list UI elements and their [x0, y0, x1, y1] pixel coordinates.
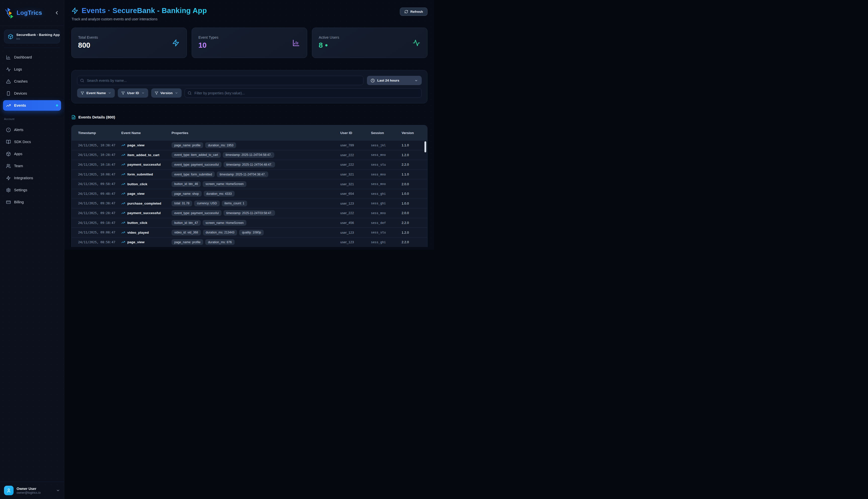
table-row[interactable]: 24/11/2025, 10:28:47item_added_to_cartev… — [72, 150, 427, 160]
package-icon — [8, 34, 13, 39]
cell-version: 2.0.0 — [401, 182, 424, 186]
property-chip: timestamp: 2025-11-24T04:48:47. — [224, 162, 275, 168]
sidebar-item-apps[interactable]: Apps — [3, 149, 61, 159]
cell-user-id: user_321 — [340, 172, 371, 176]
refresh-button[interactable]: Refresh — [400, 8, 427, 16]
time-range-value: Last 24 hours — [377, 78, 399, 82]
cell-event-name: page_view — [121, 192, 171, 196]
cell-user-id: user_123 — [340, 202, 371, 205]
sidebar-item-alerts[interactable]: Alerts — [3, 124, 61, 135]
table-row[interactable]: 24/11/2025, 10:38:47page_viewpage_name: … — [72, 140, 427, 150]
property-chip: page_name: profile — [171, 142, 203, 148]
cell-timestamp: 24/11/2025, 10:18:47 — [78, 163, 121, 167]
table-row[interactable]: 24/11/2025, 09:18:47button_clickbutton_i… — [72, 218, 427, 228]
trending-up-icon — [121, 202, 125, 205]
sidebar-item-crashes[interactable]: Crashes — [3, 76, 61, 87]
main-nav: DashboardLogsCrashesDevicesEvents — [0, 50, 64, 112]
cell-properties: event_type: form_submittedtimestamp: 202… — [171, 171, 340, 177]
sidebar-collapse-icon[interactable] — [54, 10, 60, 15]
table-row[interactable]: 24/11/2025, 09:08:47video_playedvideo_id… — [72, 228, 427, 237]
chevron-down-icon — [108, 92, 111, 95]
cell-version: 2.2.0 — [401, 240, 424, 244]
cell-properties: page_name: shopduration_ms: 4333 — [171, 191, 340, 196]
column-header-version: Version — [401, 131, 424, 135]
property-chip: total: 31.78 — [171, 200, 192, 206]
table-row[interactable]: 24/11/2025, 08:58:47page_viewpage_name: … — [72, 237, 427, 247]
sidebar-item-label: Apps — [14, 152, 22, 156]
app-title: LogTrics — [16, 9, 42, 16]
cell-session: sess_stu — [371, 163, 401, 167]
property-chip: quality: 1080p — [239, 230, 264, 235]
cell-user-id: user_654 — [340, 192, 371, 196]
book-open-icon — [6, 139, 11, 144]
activity-icon — [6, 67, 11, 72]
property-chip: timestamp: 2025-11-24T04:38:47. — [217, 171, 268, 177]
cell-event-name: page_view — [121, 240, 171, 244]
cell-version: 1.0.0 — [401, 192, 424, 196]
filter-dropdown-event-name[interactable]: Event Name — [77, 88, 115, 98]
property-chip: screen_name: HomeScreen — [203, 220, 246, 226]
properties-filter-input[interactable] — [184, 88, 422, 98]
filter-label: Version — [160, 91, 173, 95]
sidebar-item-sdk-docs[interactable]: SDK Docs — [3, 136, 61, 147]
table-scrollbar[interactable] — [424, 141, 426, 153]
cell-user-id: user_123 — [340, 231, 371, 234]
page-title: Events · SecureBank - Banking App — [82, 7, 207, 15]
trending-up-icon — [121, 240, 125, 244]
cell-timestamp: 24/11/2025, 09:38:47 — [78, 202, 121, 205]
cell-event-name: purchase_completed — [121, 202, 171, 205]
cell-user-id: user_789 — [340, 143, 371, 147]
property-chip: event_type: payment_successful — [171, 210, 221, 216]
trending-up-icon — [121, 143, 125, 147]
filter-dropdown-user-id[interactable]: User ID — [118, 88, 148, 98]
sidebar-item-integrations[interactable]: Integrations — [3, 173, 61, 183]
property-chip: duration_ms: 4333 — [204, 191, 234, 196]
properties-filter-field — [184, 88, 422, 98]
property-chip: event_type: form_submitted — [171, 171, 215, 177]
filter-dropdown-version[interactable]: Version — [151, 88, 182, 98]
sidebar-item-events[interactable]: Events — [3, 100, 61, 111]
property-chip: timestamp: 2025-11-24T03:58:47. — [224, 210, 275, 216]
cell-version: 1.2.0 — [401, 153, 424, 157]
sidebar-item-devices[interactable]: Devices — [3, 88, 61, 99]
search-field — [77, 76, 363, 85]
refresh-label: Refresh — [410, 10, 423, 14]
time-range-select[interactable]: Last 24 hours — [367, 76, 422, 85]
cell-timestamp: 24/11/2025, 09:18:47 — [78, 221, 121, 224]
sidebar-item-label: Alerts — [14, 128, 23, 132]
sidebar-item-team[interactable]: Team — [3, 161, 61, 171]
column-header-properties: Properties — [171, 131, 340, 135]
cell-user-id: user_222 — [340, 211, 371, 215]
cell-session: sess_jkl — [371, 144, 401, 147]
app-logo[interactable]: LogTrics — [4, 7, 54, 19]
table-row[interactable]: 24/11/2025, 09:58:47button_clickbutton_i… — [72, 179, 427, 189]
sidebar-item-billing[interactable]: Billing — [3, 197, 61, 207]
table-row[interactable]: 24/11/2025, 09:48:47page_viewpage_name: … — [72, 189, 427, 198]
stat-label: Total Events — [78, 35, 180, 39]
sidebar-item-logs[interactable]: Logs — [3, 64, 61, 75]
cell-event-name: page_view — [121, 143, 171, 147]
sidebar-divider — [4, 48, 60, 48]
property-chip: event_type: payment_successful — [171, 162, 221, 168]
search-input[interactable] — [77, 76, 363, 85]
sidebar-item-dashboard[interactable]: Dashboard — [3, 52, 61, 62]
cell-version: 1.1.0 — [401, 143, 424, 147]
cell-properties: total: 31.78currency: USDitems_count: 1 — [171, 200, 340, 206]
cell-event-name: button_click — [121, 182, 171, 186]
sidebar-item-settings[interactable]: Settings — [3, 185, 61, 195]
cell-version: 2.0.0 — [401, 211, 424, 215]
project-platform: ios — [16, 37, 60, 40]
trending-up-icon — [121, 221, 125, 224]
table-row[interactable]: 24/11/2025, 09:38:47purchase_completedto… — [72, 198, 427, 208]
table-heading: Events Details (800) — [71, 115, 427, 120]
property-chip: button_id: btn_46 — [171, 181, 201, 187]
cell-version: 1.2.0 — [401, 231, 424, 234]
cell-properties: event_type: payment_successfultimestamp:… — [171, 162, 340, 168]
table-row[interactable]: 24/11/2025, 10:08:47form_submittedevent_… — [72, 169, 427, 179]
table-row[interactable]: 24/11/2025, 10:18:47payment_successfulev… — [72, 160, 427, 169]
table-row[interactable]: 24/11/2025, 09:28:47payment_successfulev… — [72, 208, 427, 218]
project-selector[interactable]: SecureBank - Banking App ios — [4, 29, 60, 44]
stat-card-active-users: Active Users8 — [312, 28, 427, 58]
account-section-label: Account — [0, 115, 64, 122]
sidebar-item-label: Dashboard — [14, 55, 32, 59]
